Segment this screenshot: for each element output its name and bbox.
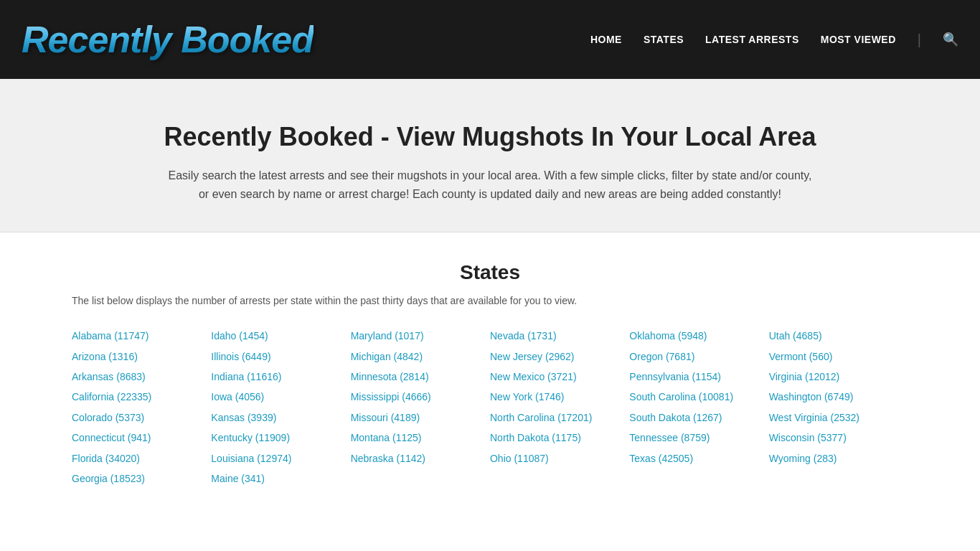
states-grid: Alabama (11747)Arizona (1316)Arkansas (8… [72,328,908,486]
hero-title: Recently Booked - View Mugshots In Your … [14,122,966,152]
state-link-wisconsin[interactable]: Wisconsin (5377) [769,430,908,446]
logo-area[interactable]: Recently Booked [22,18,314,61]
state-link-louisiana[interactable]: Louisiana (12974) [211,451,350,466]
state-column-2: Maryland (1017)Michigan (4842)Minnesota … [351,328,490,486]
state-link-new-jersey[interactable]: New Jersey (2962) [490,349,629,364]
nav-divider: | [918,32,921,48]
state-link-new-york[interactable]: New York (1746) [490,389,629,405]
state-link-vermont[interactable]: Vermont (560) [769,349,908,364]
state-column-3: Nevada (1731)New Jersey (2962)New Mexico… [490,328,629,486]
state-column-1: Idaho (1454)Illinois (6449)Indiana (1161… [211,328,350,486]
state-link-minnesota[interactable]: Minnesota (2814) [351,369,490,385]
state-link-south-carolina[interactable]: South Carolina (10081) [629,389,768,405]
state-link-new-mexico[interactable]: New Mexico (3721) [490,369,629,385]
site-logo[interactable]: Recently Booked [22,18,314,61]
state-link-nebraska[interactable]: Nebraska (1142) [351,451,490,466]
nav-item-states[interactable]: STATES [644,34,684,45]
state-link-oregon[interactable]: Oregon (7681) [629,349,768,364]
hero-section: Recently Booked - View Mugshots In Your … [0,79,980,232]
state-column-5: Utah (4685)Vermont (560)Virginia (12012)… [769,328,908,486]
state-link-mississippi[interactable]: Mississippi (4666) [351,389,490,405]
state-link-missouri[interactable]: Missouri (4189) [351,410,490,425]
state-link-indiana[interactable]: Indiana (11616) [211,369,350,385]
state-link-west-virginia[interactable]: West Virginia (2532) [769,410,908,425]
states-section: States The list below displays the numbe… [0,232,980,515]
site-header: Recently Booked HOMESTATESLATEST ARRESTS… [0,0,980,79]
state-link-kansas[interactable]: Kansas (3939) [211,410,350,425]
state-link-pennsylvania[interactable]: Pennsylvania (1154) [629,369,768,385]
state-link-virginia[interactable]: Virginia (12012) [769,369,908,385]
state-link-south-dakota[interactable]: South Dakota (1267) [629,410,768,425]
state-link-kentucky[interactable]: Kentucky (11909) [211,430,350,446]
main-nav: HOMESTATESLATEST ARRESTSMOST VIEWED|🔍 [590,32,958,48]
state-link-north-carolina[interactable]: North Carolina (17201) [490,410,629,425]
state-column-4: Oklahoma (5948)Oregon (7681)Pennsylvania… [629,328,768,486]
state-link-illinois[interactable]: Illinois (6449) [211,349,350,364]
nav-item-home[interactable]: HOME [590,34,622,45]
state-link-oklahoma[interactable]: Oklahoma (5948) [629,328,768,344]
state-link-iowa[interactable]: Iowa (4056) [211,389,350,405]
states-heading: States [72,261,908,284]
state-link-michigan[interactable]: Michigan (4842) [351,349,490,364]
state-link-california[interactable]: California (22335) [72,389,211,405]
hero-description: Easily search the latest arrests and see… [167,166,813,203]
state-link-idaho[interactable]: Idaho (1454) [211,328,350,344]
nav-item-latest-arrests[interactable]: LATEST ARRESTS [705,34,799,45]
state-link-arizona[interactable]: Arizona (1316) [72,349,211,364]
state-link-washington[interactable]: Washington (6749) [769,389,908,405]
state-link-arkansas[interactable]: Arkansas (8683) [72,369,211,385]
state-link-connecticut[interactable]: Connecticut (941) [72,430,211,446]
state-link-utah[interactable]: Utah (4685) [769,328,908,344]
search-icon[interactable]: 🔍 [943,32,958,47]
nav-item-most-viewed[interactable]: MOST VIEWED [821,34,896,45]
state-link-north-dakota[interactable]: North Dakota (1175) [490,430,629,446]
state-link-maine[interactable]: Maine (341) [211,471,350,486]
state-link-ohio[interactable]: Ohio (11087) [490,451,629,466]
state-link-nevada[interactable]: Nevada (1731) [490,328,629,344]
state-link-wyoming[interactable]: Wyoming (283) [769,451,908,466]
states-description: The list below displays the number of ar… [72,295,908,306]
state-link-colorado[interactable]: Colorado (5373) [72,410,211,425]
state-link-florida[interactable]: Florida (34020) [72,451,211,466]
state-link-texas[interactable]: Texas (42505) [629,451,768,466]
state-link-maryland[interactable]: Maryland (1017) [351,328,490,344]
state-link-alabama[interactable]: Alabama (11747) [72,328,211,344]
state-link-georgia[interactable]: Georgia (18523) [72,471,211,486]
state-column-0: Alabama (11747)Arizona (1316)Arkansas (8… [72,328,211,486]
state-link-tennessee[interactable]: Tennessee (8759) [629,430,768,446]
state-link-montana[interactable]: Montana (1125) [351,430,490,446]
